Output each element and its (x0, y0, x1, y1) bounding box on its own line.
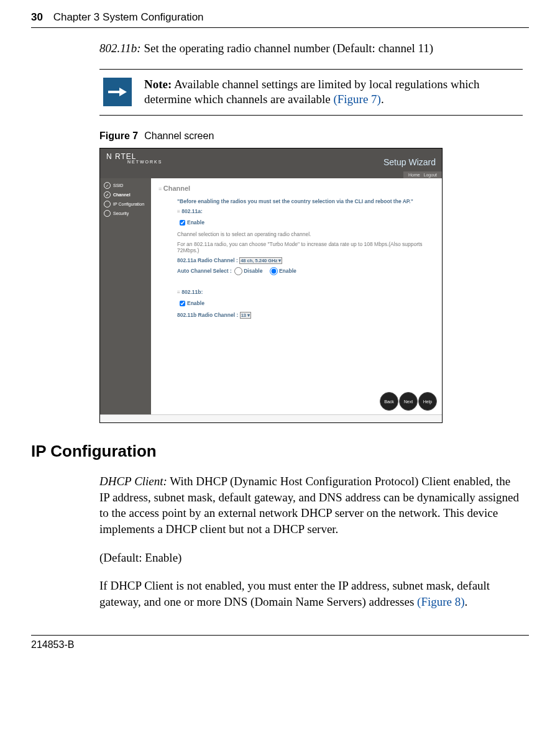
arrow-icon (103, 78, 132, 106)
brand-logo: N RTEL NETWORKS (106, 152, 162, 164)
inline-text: Set the operating radio channel number (… (141, 42, 433, 55)
page-header: 30 Chapter 3 System Configuration (31, 0, 529, 28)
sidebar: SSID Channel IP Configuration Security (100, 178, 151, 414)
enable-b-checkbox-row[interactable]: Enable (177, 299, 434, 308)
page-footer: 214853-B (31, 635, 529, 669)
nav-buttons: Back Next Help (380, 392, 437, 411)
page-number: 30 (31, 11, 43, 23)
section-802-11a: 802.11a: (177, 208, 434, 214)
sidebar-item-channel[interactable]: Channel (100, 190, 151, 199)
section-802-11b: 802.11b: (177, 289, 434, 295)
radio-channel-a-row: 802.11a Radio Channel : 48 ch, 5.240 GHz… (177, 257, 434, 263)
screenshot-header: N RTEL NETWORKS Setup Wizard Home Logout (100, 148, 442, 178)
auto-disable-radio[interactable] (234, 267, 242, 275)
auto-enable-radio[interactable] (270, 267, 278, 275)
warning-text: "Before enabling the radios you must set… (177, 198, 434, 204)
figure7-link[interactable]: (Figure 7) (333, 93, 381, 106)
check-icon (104, 191, 111, 198)
panel-title: Channel (158, 185, 434, 192)
figure8-link[interactable]: (Figure 8) (417, 595, 465, 608)
body-paragraph-dhcp: DHCP Client: With DHCP (Dynamic Host Con… (99, 473, 523, 537)
radio-channel-b-row: 802.11b Radio Channel : 13 ▾ (177, 312, 434, 318)
rc-b-select[interactable]: 13 ▾ (240, 312, 251, 319)
body-paragraph-default: (Default: Enable) (99, 550, 523, 566)
rc-b-label: 802.11b Radio Channel : (177, 312, 240, 318)
brand-bottom: NETWORKS (127, 160, 162, 164)
enable-a-checkbox-row[interactable]: Enable (177, 218, 434, 227)
desc-text-2: For an 802.11a radio, you can choose "Tu… (177, 241, 434, 253)
check-icon (104, 182, 111, 189)
circle-icon (104, 201, 111, 208)
sidebar-label: IP Configuration (113, 202, 144, 206)
rc-a-select[interactable]: 48 ch, 5.240 GHz ▾ (239, 257, 282, 264)
note-body: Available channel settings are limited b… (144, 78, 479, 106)
sidebar-item-security[interactable]: Security (100, 209, 151, 218)
sidebar-item-ipconfig[interactable]: IP Configuration (100, 199, 151, 209)
auto-label: Auto Channel Select : (177, 268, 233, 274)
inline-text: . (465, 595, 468, 608)
next-button[interactable]: Next (399, 392, 418, 411)
sidebar-label: SSID (113, 183, 123, 188)
inline-label: DHCP Client: (99, 475, 167, 488)
sidebar-label: Channel (113, 193, 131, 197)
note-block: Note: Available channel settings are lim… (99, 69, 523, 116)
util-bar: Home Logout (403, 171, 442, 178)
enable-label: Enable (187, 300, 204, 306)
auto-channel-row: Auto Channel Select : Disable Enable (177, 267, 434, 275)
inline-label: 802.11b: (99, 42, 141, 55)
chapter-title: Chapter 3 System Configuration (53, 11, 204, 23)
disable-label: Disable (244, 268, 262, 274)
body-paragraph-802-11b: 802.11b: Set the operating radio channel… (99, 40, 523, 57)
sidebar-label: Security (113, 211, 129, 216)
setup-wizard-title: Setup Wizard (383, 157, 436, 167)
desc-text-1: Channel selection is to select an operat… (177, 231, 434, 237)
home-link[interactable]: Home (408, 173, 420, 177)
enable-label: Enable (279, 268, 296, 274)
screenshot-channel-screen: N RTEL NETWORKS Setup Wizard Home Logout… (99, 148, 443, 423)
figure-caption: Figure 7Channel screen (99, 130, 523, 142)
status-bar (100, 414, 442, 422)
back-button[interactable]: Back (380, 392, 398, 411)
enable-label: Enable (187, 219, 204, 226)
screenshot-main: Channel "Before enabling the radios you … (151, 178, 442, 414)
figure-caption-text: Channel screen (144, 130, 214, 141)
heading-ip-configuration: IP Configuration (31, 442, 523, 461)
sidebar-item-ssid[interactable]: SSID (100, 181, 151, 190)
note-period: . (381, 93, 384, 106)
enable-b-checkbox[interactable] (180, 301, 185, 306)
enable-a-checkbox[interactable] (180, 220, 185, 226)
help-button[interactable]: Help (418, 392, 437, 411)
rc-a-label: 802.11a Radio Channel : (177, 257, 239, 263)
logout-link[interactable]: Logout (424, 173, 437, 177)
circle-icon (104, 210, 111, 217)
body-paragraph-nodhcp: If DHCP Client is not enabled, you must … (99, 578, 523, 609)
figure-label: Figure 7 (99, 130, 138, 141)
note-label: Note: (144, 78, 172, 91)
note-text: Note: Available channel settings are lim… (144, 77, 523, 107)
